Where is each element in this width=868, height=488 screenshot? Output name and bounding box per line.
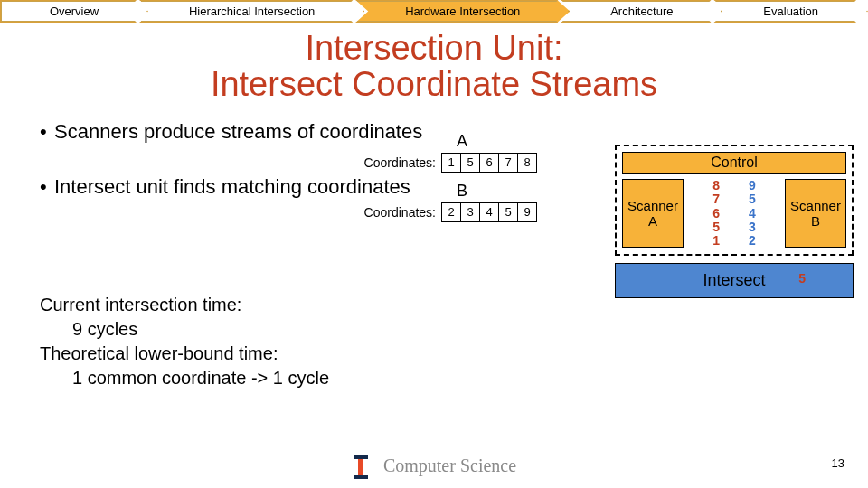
crumb-label: Architecture [610,5,673,18]
control-box: Control [622,152,846,174]
scanner-b-stack: 9 5 4 3 2 [749,179,756,249]
cell: 8 [517,153,537,173]
title-line: Intersection Unit: [305,29,562,67]
intersect-label: Intersect [703,271,765,289]
crumb-overview[interactable]: Overview [0,0,148,23]
stack-val: 8 [712,179,720,192]
stack-val: 6 [712,207,720,221]
breadcrumb-nav: Overview Hierarchical Intersection Hardw… [0,0,868,23]
timing-line: 9 cycles [40,317,329,342]
cell: 3 [460,202,480,222]
title-line: Intersect Coordinate Streams [211,65,657,103]
architecture-diagram: Control Scanner A 8 7 6 5 1 9 5 4 3 2 Sc… [615,145,854,298]
cell: 5 [498,202,518,222]
stack-val: 3 [749,221,756,234]
footer-text: Computer Science [383,455,516,475]
timing-line: Theoretical lower-bound time: [40,342,329,366]
page-title: Intersection Unit: Intersect Coordinate … [0,31,868,103]
cell: 7 [498,153,518,173]
scanner-a-box: Scanner A [622,179,684,248]
stack-val: 5 [712,221,720,234]
illinois-logo-icon [352,455,370,479]
timing-line: 1 common coordinate -> 1 cycle [40,366,329,390]
scanner-a-label: Scanner A [627,198,678,230]
timing-line: Current intersection time: [40,293,329,317]
cell: 4 [479,202,499,222]
footer: Computer Science [0,455,868,479]
scanner-b-box: Scanner B [785,179,846,248]
crumb-label: Hardware Intersection [405,5,520,18]
stack-val: 5 [749,192,756,206]
stack-val: 9 [749,179,756,192]
crumb-label: Hierarchical Intersection [189,5,315,18]
stack-val: 2 [749,234,756,248]
stream-a-label: A [358,132,566,151]
cell: 6 [479,153,499,173]
scanner-b-label: Scanner B [790,198,841,230]
stream-b-label: B [358,182,566,201]
coord-word: Coordinates: [358,155,441,170]
cell: 1 [441,153,461,173]
stream-a-cells: 1 5 6 7 8 [441,153,537,173]
crumb-architecture[interactable]: Architecture [561,0,722,23]
stack-val: 1 [712,234,720,248]
intersect-box: Intersect 5 [615,263,854,298]
page-number: 13 [832,456,844,470]
crumb-hardware[interactable]: Hardware Intersection [355,0,570,23]
stream-b-cells: 2 3 4 5 9 [441,202,537,222]
cell: 5 [460,153,480,173]
crumb-evaluation[interactable]: Evaluation [713,0,868,23]
intersect-output: 5 [798,271,806,286]
crumb-label: Overview [50,5,99,18]
stack-val: 4 [749,207,756,221]
stack-val: 7 [712,192,720,206]
coord-word: Coordinates: [358,205,441,220]
timing-text: Current intersection time: 9 cycles Theo… [40,293,329,390]
cell: 9 [517,202,537,222]
cell: 2 [441,202,461,222]
crumb-label: Evaluation [763,5,818,18]
scanner-a-stack: 8 7 6 5 1 [712,179,720,249]
crumb-hierarchical[interactable]: Hierarchical Intersection [139,0,364,23]
coordinate-streams: A Coordinates: 1 5 6 7 8 B Coordinates: … [358,132,566,231]
